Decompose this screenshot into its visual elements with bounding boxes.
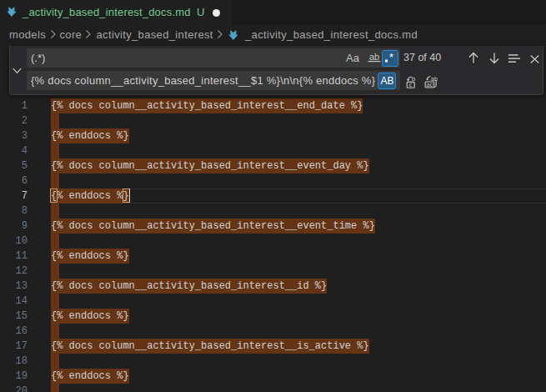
svg-text:ab: ab [369,52,379,62]
svg-text:b: b [412,75,415,83]
svg-text:AB: AB [381,75,394,87]
svg-text:Aa: Aa [346,52,360,64]
svg-text:c: c [408,82,412,88]
svg-text:ac: ac [427,82,433,88]
svg-text:*: * [389,51,393,63]
